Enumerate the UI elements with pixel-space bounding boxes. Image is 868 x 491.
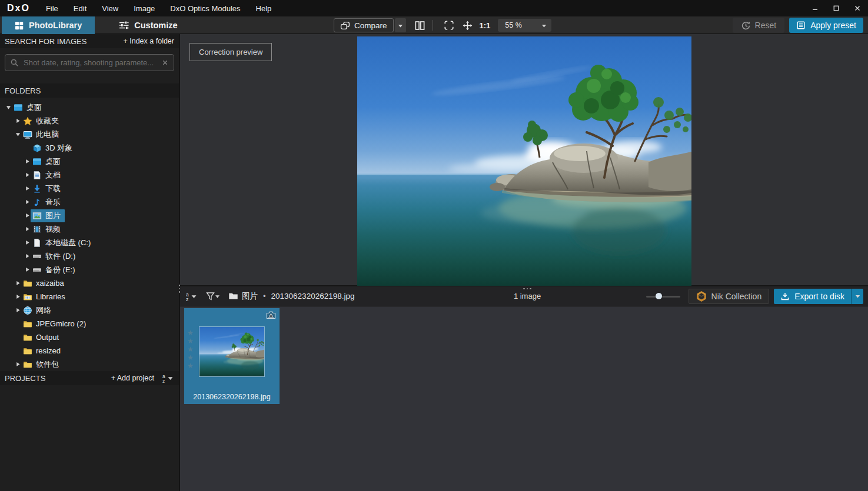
menu-item-view[interactable]: View xyxy=(94,0,126,16)
expand-open-icon[interactable] xyxy=(5,105,12,110)
star-icon[interactable]: ★ xyxy=(187,354,194,362)
expand-closed-icon[interactable] xyxy=(14,362,21,367)
tree-item[interactable]: 视频 xyxy=(0,222,179,236)
maximize-button[interactable] xyxy=(826,0,847,16)
tree-item-core[interactable]: xaizaiba xyxy=(21,278,68,289)
expand-closed-icon[interactable] xyxy=(24,213,31,218)
tree-item[interactable]: 备份 (E:) xyxy=(0,263,179,276)
expand-closed-icon[interactable] xyxy=(24,240,31,245)
expand-closed-icon[interactable] xyxy=(14,308,21,313)
menu-item-file[interactable]: File xyxy=(38,0,66,16)
sort-projects-button[interactable]: az xyxy=(162,373,174,383)
tree-item-core[interactable]: 下载 xyxy=(31,182,65,195)
tree-item-core[interactable]: 视频 xyxy=(31,223,65,236)
tree-item-core[interactable]: resized xyxy=(21,345,65,357)
tree-item-core[interactable]: 网络 xyxy=(21,304,55,317)
nik-collection-button[interactable]: Nik Collection xyxy=(689,289,770,304)
tree-item-core-selected[interactable]: 图片 xyxy=(31,209,65,222)
correction-preview-button[interactable]: Correction preview xyxy=(189,43,272,61)
reset-button[interactable]: Reset xyxy=(733,18,785,33)
tree-item-core[interactable]: 文档 xyxy=(31,169,65,182)
tab-customize[interactable]: Customize xyxy=(114,16,183,34)
tree-item[interactable]: 桌面 xyxy=(0,101,179,114)
tree-item[interactable]: 软件 (D:) xyxy=(0,249,179,263)
sort-order-dropdown[interactable]: az xyxy=(186,292,198,301)
slider-thumb[interactable] xyxy=(656,293,662,299)
expand-closed-icon[interactable] xyxy=(24,199,31,205)
tree-item-core[interactable]: 收藏夹 xyxy=(21,115,63,128)
tree-item[interactable]: 音乐 xyxy=(0,195,179,209)
tree-item[interactable]: 本地磁盘 (C:) xyxy=(0,236,179,249)
search-input-box[interactable] xyxy=(5,54,174,71)
expand-closed-icon[interactable] xyxy=(24,226,31,232)
fit-to-screen-button[interactable] xyxy=(444,20,454,31)
pan-tool-button[interactable] xyxy=(463,21,473,31)
compare-button[interactable]: Compare xyxy=(334,18,394,32)
tree-item[interactable]: 此电脑 xyxy=(0,128,179,141)
export-main-button[interactable]: Export to disk xyxy=(774,289,851,304)
split-view-button[interactable] xyxy=(414,20,425,31)
export-dropdown-button[interactable] xyxy=(851,289,863,304)
star-icon[interactable]: ★ xyxy=(187,346,194,353)
tree-item[interactable]: 3D 对象 xyxy=(0,141,179,155)
thumbnail-size-slider[interactable] xyxy=(646,292,680,300)
expand-closed-icon[interactable] xyxy=(24,159,31,164)
star-icon[interactable]: ★ xyxy=(187,362,194,370)
tree-item[interactable]: 文档 xyxy=(0,168,179,182)
tree-item-core[interactable]: 软件 (D:) xyxy=(31,250,79,263)
expand-closed-icon[interactable] xyxy=(24,267,31,272)
search-input[interactable] xyxy=(22,58,158,68)
tree-item[interactable]: 图片 xyxy=(0,209,179,222)
menu-item-dxo-optics-modules[interactable]: DxO Optics Modules xyxy=(162,0,248,16)
expand-closed-icon[interactable] xyxy=(24,253,31,259)
tree-item-core[interactable]: 音乐 xyxy=(31,196,65,209)
tab-photolibrary[interactable]: PhotoLibrary xyxy=(2,16,95,34)
tree-item-core[interactable]: Libraries xyxy=(21,291,69,303)
expand-open-icon[interactable] xyxy=(14,132,21,137)
menu-item-image[interactable]: Image xyxy=(126,0,162,16)
add-project-link[interactable]: + Add project xyxy=(111,374,154,382)
minimize-button[interactable] xyxy=(804,0,826,16)
expand-closed-icon[interactable] xyxy=(14,294,21,299)
menu-item-edit[interactable]: Edit xyxy=(66,0,94,16)
expand-closed-icon[interactable] xyxy=(24,186,31,191)
tree-item-core[interactable]: 备份 (E:) xyxy=(31,263,79,276)
zoom-level-dropdown[interactable]: 55 % xyxy=(498,19,551,32)
tree-item-core[interactable]: 软件包 xyxy=(21,358,63,371)
zoom-1to1-button[interactable]: 1:1 xyxy=(480,21,491,30)
tree-item[interactable]: Libraries xyxy=(0,290,179,303)
expand-closed-icon[interactable] xyxy=(24,172,31,178)
rating-stars[interactable]: ★★★★★ xyxy=(187,329,194,370)
compare-dropdown-button[interactable] xyxy=(395,18,406,32)
star-icon[interactable]: ★ xyxy=(187,329,194,337)
tree-item-core[interactable]: 3D 对象 xyxy=(31,142,77,155)
tree-item[interactable]: 收藏夹 xyxy=(0,114,179,128)
apply-preset-button[interactable]: Apply preset xyxy=(789,18,863,33)
tree-item[interactable]: 下载 xyxy=(0,182,179,195)
tree-item-core[interactable]: 桌面 xyxy=(12,101,46,114)
filter-dropdown[interactable] xyxy=(206,292,220,301)
expand-closed-icon[interactable] xyxy=(14,118,21,123)
tree-item[interactable]: 桌面 xyxy=(0,155,179,168)
tree-item-core[interactable]: Output xyxy=(21,332,63,343)
menu-item-help[interactable]: Help xyxy=(248,0,280,16)
tree-item-core[interactable]: 本地磁盘 (C:) xyxy=(31,236,95,249)
sidebar-splitter-handle[interactable] xyxy=(177,281,182,296)
index-folder-link[interactable]: + Index a folder xyxy=(123,37,174,45)
thumbnail-tile-selected[interactable]: ★★★★★ 2013062320262198.jpg xyxy=(184,308,280,404)
tree-item[interactable]: xaizaiba xyxy=(0,276,179,290)
clear-search-icon[interactable] xyxy=(161,59,169,66)
slider-track[interactable] xyxy=(646,296,680,298)
tree-item[interactable]: resized xyxy=(0,344,179,358)
star-icon[interactable]: ★ xyxy=(187,338,194,345)
expand-closed-icon[interactable] xyxy=(14,280,21,286)
tree-item[interactable]: JPEGmicro (2) xyxy=(0,317,179,330)
export-to-disk-button[interactable]: Export to disk xyxy=(774,289,863,304)
tree-item[interactable]: Output xyxy=(0,330,179,344)
tree-item-core[interactable]: 此电脑 xyxy=(21,128,63,141)
tree-item-core[interactable]: 桌面 xyxy=(31,155,65,168)
close-button[interactable] xyxy=(847,0,868,16)
tree-item[interactable]: 软件包 xyxy=(0,358,179,371)
tree-item[interactable]: 网络 xyxy=(0,303,179,317)
tree-item-core[interactable]: JPEGmicro (2) xyxy=(21,318,90,330)
